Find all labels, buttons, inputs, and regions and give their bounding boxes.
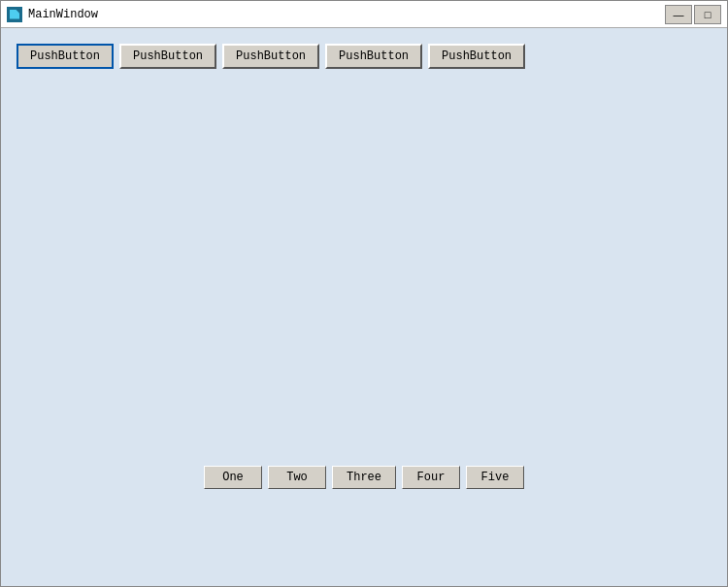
bottom-button-4[interactable]: Four [402,466,460,489]
app-icon [7,7,22,22]
main-window: MainWindow — □ PushButtonPushButtonPushB… [0,0,728,587]
bottom-button-3[interactable]: Three [332,466,396,489]
window-content: PushButtonPushButtonPushButtonPushButton… [1,28,727,586]
window-title: MainWindow [28,8,98,21]
bottom-button-1[interactable]: One [204,466,262,489]
app-icon-inner [10,10,19,19]
title-bar: MainWindow — □ [1,1,727,28]
bottom-button-group: OneTwoThreeFourFive [204,466,524,489]
title-bar-left: MainWindow [7,7,98,22]
top-button-group: PushButtonPushButtonPushButtonPushButton… [17,44,711,69]
window-controls: — □ [665,5,721,24]
maximize-button[interactable]: □ [694,5,721,24]
bottom-button-2[interactable]: Two [268,466,326,489]
push-button-3[interactable]: PushButton [222,44,319,69]
push-button-5[interactable]: PushButton [428,44,525,69]
push-button-2[interactable]: PushButton [119,44,216,69]
push-button-1[interactable]: PushButton [17,44,114,69]
minimize-button[interactable]: — [665,5,692,24]
push-button-4[interactable]: PushButton [325,44,422,69]
bottom-button-5[interactable]: Five [466,466,524,489]
